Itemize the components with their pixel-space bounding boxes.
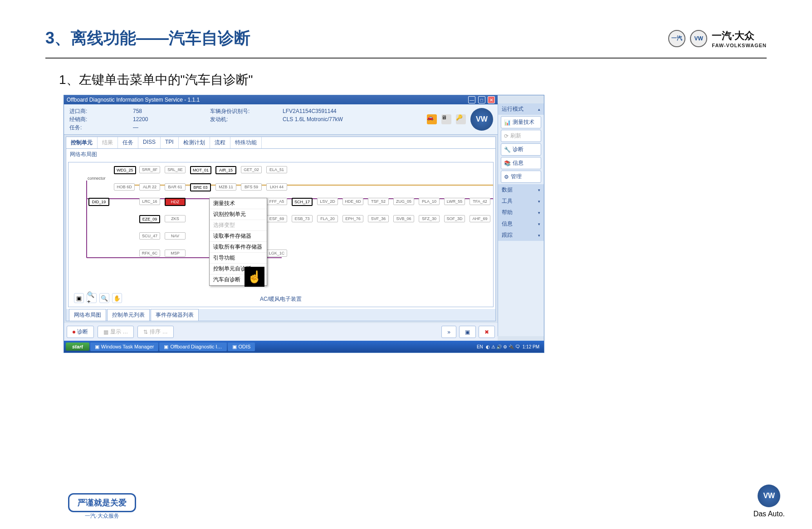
section-1[interactable]: 工具▾ <box>498 196 544 207</box>
node-ZKS[interactable]: ZKS <box>165 215 186 222</box>
system-tray[interactable]: EN ◐ ⚠ 🔊 ⚙ 🔌 🗨 1:12 PM <box>474 344 542 349</box>
node-HOB 6D[interactable]: HOB 6D <box>114 183 135 191</box>
node-SVB_06[interactable]: SVB_06 <box>393 215 414 222</box>
hand-tool-icon[interactable]: ✋ <box>112 293 122 303</box>
show-button[interactable]: ▦ 显示 … <box>98 326 134 338</box>
taskbar-item-0[interactable]: ▣Windows Task Manager <box>90 343 159 351</box>
node-BAR 61[interactable]: BAR 61 <box>165 183 186 191</box>
node-BFS 59[interactable]: BFS 59 <box>241 183 262 191</box>
ctx-item-4[interactable]: 读取所有事件存储器 <box>210 242 267 253</box>
node-SFZ_30[interactable]: SFZ_30 <box>419 215 440 222</box>
tab-3[interactable]: DISS <box>138 137 161 148</box>
tab-1[interactable]: 结果 <box>98 137 118 148</box>
sub-tab-2[interactable]: 事件存储器列表 <box>151 309 199 321</box>
tab-7[interactable]: 特殊功能 <box>230 137 262 148</box>
taskbar-item-1[interactable]: ▣Offboard Diagnostic I… <box>159 343 226 351</box>
close-icon[interactable]: ✕ <box>488 96 495 103</box>
mode-header[interactable]: 运行模式▴ <box>498 103 544 115</box>
node-BRE 03[interactable]: BRE 03 <box>190 183 211 191</box>
tab-5[interactable]: 检测计划 <box>179 137 210 148</box>
node-EPH_76[interactable]: EPH_76 <box>342 215 363 222</box>
section-4[interactable]: 跟踪▾ <box>498 230 544 241</box>
node-LSV_2D[interactable]: LSV_2D <box>317 198 338 205</box>
zoom-out-icon[interactable]: 🔍 <box>99 293 109 303</box>
taskbar-item-2[interactable]: ▣ODIS <box>228 343 255 351</box>
node-HDZ[interactable]: HDZ <box>165 198 186 206</box>
sort-button[interactable]: ⇅ 排序 … <box>137 326 173 338</box>
key-icon[interactable]: 🔑 <box>456 114 466 124</box>
select-rect-icon[interactable]: ▣ <box>74 293 84 303</box>
node-SRL_8E[interactable]: SRL_8E <box>165 166 186 173</box>
node-MZB 11[interactable]: MZB 11 <box>215 183 236 191</box>
mode-item-2[interactable]: 🔧诊断 <box>501 143 541 156</box>
maximize-icon[interactable]: □ <box>478 96 485 103</box>
node-DID_19[interactable]: DID_19 <box>88 198 109 206</box>
zoom-in-icon[interactable]: 🔍+ <box>87 293 97 303</box>
tab-6[interactable]: 流程 <box>210 137 230 148</box>
section-0[interactable]: 数据▾ <box>498 184 544 196</box>
node-SOF_3D[interactable]: SOF_3D <box>444 215 465 222</box>
node-RFK_6C[interactable]: RFK_6C <box>139 250 160 257</box>
mode-item-1: ⟳刷新 <box>501 130 541 142</box>
mode-item-3[interactable]: 📚信息 <box>501 157 541 169</box>
node-ESF_69[interactable]: ESF_69 <box>266 215 287 222</box>
node-MOT_01[interactable]: MOT_01 <box>190 166 211 174</box>
node-SCU_47[interactable]: SCU_47 <box>139 232 160 240</box>
node-PLA_10[interactable]: PLA_10 <box>419 198 440 205</box>
ctx-item-3[interactable]: 读取事件存储器 <box>210 231 267 242</box>
node-ALR 22[interactable]: ALR 22 <box>139 183 160 191</box>
mode-item-4[interactable]: ⚙管理 <box>501 171 541 183</box>
brand-logos: 一汽 VW 一汽·大众 FAW-VOLKSWAGEN <box>668 29 767 48</box>
node-LRC_16[interactable]: LRC_16 <box>139 198 160 205</box>
node-EZE_09[interactable]: EZE_09 <box>139 215 160 223</box>
node-MSP[interactable]: MSP <box>165 250 186 257</box>
node-GET_02[interactable]: GET_02 <box>241 166 262 173</box>
minimize-icon[interactable]: — <box>468 96 475 103</box>
fit-button[interactable]: ▣ <box>459 326 476 338</box>
start-button[interactable]: start <box>66 343 89 351</box>
section-3[interactable]: 信息▾ <box>498 218 544 230</box>
section-2[interactable]: 帮助▾ <box>498 207 544 218</box>
ctx-item-0[interactable]: 测量技术 <box>210 198 267 209</box>
dealer-label: 经销商: <box>69 115 119 123</box>
node-ZUG_05[interactable]: ZUG_05 <box>393 198 414 205</box>
tab-4[interactable]: TPI <box>161 137 179 148</box>
clock[interactable]: 1:12 PM <box>523 344 539 349</box>
engine-value: CLS 1.6L Motronic/77kW <box>283 115 343 123</box>
ctx-item-5[interactable]: 引导功能 <box>210 253 267 264</box>
node-SRR_8F[interactable]: SRR_8F <box>139 166 160 173</box>
tab-2[interactable]: 任务 <box>118 137 138 148</box>
node-HDE_6D[interactable]: HDE_6D <box>342 198 363 205</box>
node-WEG_25[interactable]: WEG_25 <box>114 166 136 174</box>
node-LWR_55[interactable]: LWR_55 <box>444 198 465 205</box>
node-TFA_42[interactable]: TFA_42 <box>470 198 490 205</box>
task-label: 任务: <box>69 123 119 132</box>
node-ESB_73[interactable]: ESB_73 <box>292 215 313 222</box>
node-AIR_15[interactable]: AIR_15 <box>215 166 236 174</box>
network-canvas[interactable]: connector WEG_25SRR_8FSRL_8EMOT_01AIR_15… <box>68 162 494 307</box>
forward-button[interactable]: » <box>441 326 456 338</box>
node-FLA_20[interactable]: FLA_20 <box>317 215 338 222</box>
ctx-item-1[interactable]: 识别控制单元 <box>210 209 267 220</box>
node-LGK_1C[interactable]: LGK_1C <box>266 250 287 257</box>
tray-icons[interactable]: ◐ ⚠ 🔊 ⚙ 🔌 🗨 <box>486 344 520 349</box>
node-LKH 44[interactable]: LKH 44 <box>266 183 287 191</box>
cancel-button[interactable]: ✖ <box>479 326 495 338</box>
sub-tab-0[interactable]: 网络布局图 <box>69 309 106 321</box>
node-FFF_A5[interactable]: FFF_A5 <box>266 198 287 205</box>
taskbar-item-icon: ▣ <box>232 344 237 350</box>
node-AHF_69[interactable]: AHF_69 <box>470 215 490 222</box>
lang-indicator[interactable]: EN <box>477 344 483 349</box>
node-TSF_52[interactable]: TSF_52 <box>368 198 389 205</box>
node-ELA_51[interactable]: ELA_51 <box>266 166 287 173</box>
tab-0[interactable]: 控制单元 <box>66 137 98 148</box>
node-SCH_17[interactable]: SCH_17 <box>292 198 313 206</box>
node-SVF_36[interactable]: SVF_36 <box>368 215 389 222</box>
mode-item-0[interactable]: 📊测量技术 <box>501 116 541 128</box>
diagnose-button[interactable]: 诊断 <box>67 326 94 338</box>
sub-tab-1[interactable]: 控制单元列表 <box>107 309 150 321</box>
node-NAV[interactable]: NAV <box>165 232 186 240</box>
chevron-down-icon: ▾ <box>538 222 540 226</box>
net-icon[interactable]: 🖥 <box>441 114 451 124</box>
car-icon[interactable]: 🚗 <box>427 114 437 124</box>
